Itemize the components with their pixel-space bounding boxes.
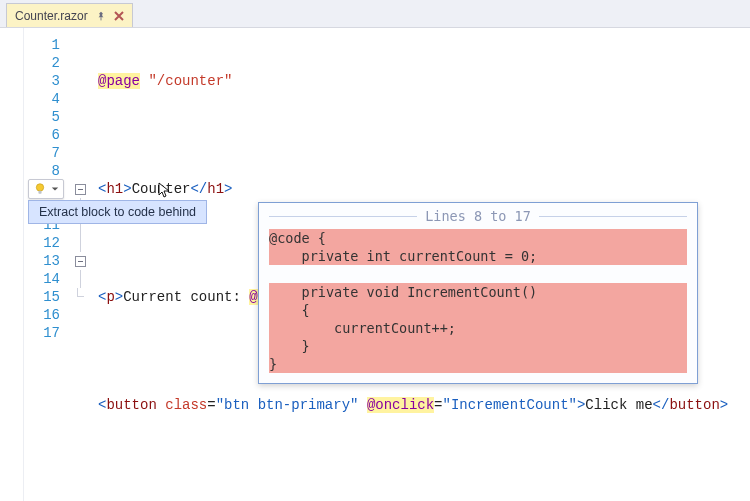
tab-strip: Counter.razor bbox=[0, 0, 750, 28]
line-number: 1 bbox=[24, 36, 60, 54]
lightbulb-button[interactable] bbox=[28, 179, 64, 199]
lightbulb-menu: Extract block to code behind bbox=[28, 179, 64, 199]
file-tab[interactable]: Counter.razor bbox=[6, 3, 133, 27]
line-number: 3 bbox=[24, 72, 60, 90]
line-number: 6 bbox=[24, 126, 60, 144]
preview-line: } bbox=[269, 355, 687, 373]
line-number: 17 bbox=[24, 324, 60, 342]
line-number: 4 bbox=[24, 90, 60, 108]
fold-toggle-icon[interactable] bbox=[75, 256, 86, 267]
pin-icon[interactable] bbox=[96, 11, 106, 21]
refactor-preview-panel: Lines 8 to 17 @code { private int curren… bbox=[258, 202, 698, 384]
preview-line: { bbox=[269, 301, 687, 319]
line-number: 12 bbox=[24, 234, 60, 252]
quick-action-label: Extract block to code behind bbox=[39, 205, 196, 219]
file-tab-label: Counter.razor bbox=[15, 9, 88, 23]
close-icon[interactable] bbox=[114, 11, 124, 21]
chevron-down-icon bbox=[51, 185, 59, 193]
code-line: <h1>Counter</h1> bbox=[98, 180, 750, 198]
indicator-margin bbox=[0, 28, 24, 501]
preview-line: private void IncrementCount() bbox=[269, 283, 687, 301]
mouse-cursor-icon bbox=[158, 182, 170, 198]
line-number: 14 bbox=[24, 270, 60, 288]
svg-rect-0 bbox=[100, 17, 101, 20]
preview-line: currentCount++; bbox=[269, 319, 687, 337]
line-number: 16 bbox=[24, 306, 60, 324]
fold-margin bbox=[70, 28, 90, 501]
quick-action-item[interactable]: Extract block to code behind bbox=[28, 200, 207, 224]
preview-line: @code { bbox=[269, 229, 687, 247]
refactor-preview-title: Lines 8 to 17 bbox=[425, 207, 531, 225]
fold-toggle-icon[interactable] bbox=[75, 184, 86, 195]
code-line: @page "/counter" bbox=[98, 72, 750, 90]
refactor-preview-header: Lines 8 to 17 bbox=[259, 203, 697, 227]
refactor-preview-body: @code { private int currentCount = 0; pr… bbox=[259, 227, 697, 383]
preview-line: } bbox=[269, 337, 687, 355]
line-number: 7 bbox=[24, 144, 60, 162]
line-number: 8 bbox=[24, 162, 60, 180]
svg-point-1 bbox=[36, 184, 43, 191]
line-number-gutter: 1 2 3 4 5 6 7 8 9 10 11 12 13 14 15 16 1… bbox=[24, 28, 70, 501]
line-number: 5 bbox=[24, 108, 60, 126]
lightbulb-icon bbox=[33, 182, 47, 196]
preview-line: private int currentCount = 0; bbox=[269, 247, 687, 265]
line-number: 2 bbox=[24, 54, 60, 72]
line-number: 13 bbox=[24, 252, 60, 270]
svg-rect-2 bbox=[38, 191, 41, 194]
line-number: 15 bbox=[24, 288, 60, 306]
preview-line bbox=[269, 265, 687, 283]
code-line: <button class="btn btn-primary" @onclick… bbox=[98, 396, 750, 414]
